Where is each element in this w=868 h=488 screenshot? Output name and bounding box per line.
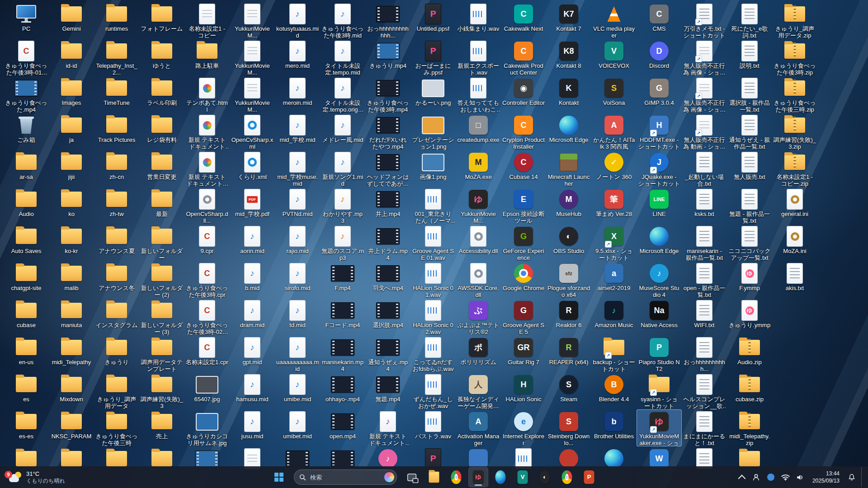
desktop-icon[interactable]: dram.mid	[230, 298, 275, 335]
desktop-icon[interactable]: en-us	[4, 335, 49, 372]
desktop-icon[interactable]: ごみ箱	[4, 113, 49, 150]
desktop-icon[interactable]: GGroove Agent SE 5	[501, 298, 546, 335]
desktop-icon[interactable]: CCMS	[637, 2, 682, 39]
desktop-icon[interactable]: manisekarin - 親作品一覧.txt	[682, 224, 727, 261]
start-button[interactable]	[269, 467, 289, 487]
taskbar-app-obs-studio[interactable]: ◐	[535, 467, 555, 487]
desktop-icon[interactable]: 新規 テキスト ドキュメント (2).html	[184, 113, 230, 150]
desktop-icon[interactable]: gpt.mid	[230, 335, 275, 372]
desktop-icon[interactable]: ポポリリリズム	[456, 335, 501, 372]
desktop-icon[interactable]: Microsoft Edge	[637, 224, 682, 261]
desktop-icon[interactable]: 井上.mp4	[365, 187, 410, 224]
desktop-icon[interactable]: GGeForce Experience	[501, 224, 546, 261]
desktop-icon[interactable]: 名称未設定1 - コピー	[184, 2, 230, 39]
desktop-icon[interactable]: 無題 - 親作品一覧.txt	[727, 187, 772, 224]
desktop-icon[interactable]: 新規エクスポート.wav	[456, 39, 501, 76]
desktop-icon[interactable]: 売上	[139, 409, 184, 446]
desktop-icon[interactable]: mid_学校muse.mid	[275, 150, 320, 187]
desktop-icon[interactable]: 通知うぜえ - 親作品一覧.txt	[727, 113, 772, 150]
desktop-icon[interactable]: SVoiSona	[591, 76, 637, 113]
taskbar-app-browser[interactable]	[557, 467, 577, 487]
desktop-icon[interactable]: きゅうり食べった.mp4	[4, 76, 49, 113]
desktop-icon[interactable]: umibet.mid	[275, 409, 320, 446]
desktop-icon[interactable]: Aかんたん！AITalk 3 関西風	[591, 113, 637, 150]
desktop-icon[interactable]: きゅうり食べった午後三時	[94, 409, 139, 446]
desktop-icon[interactable]: ぷぷよぷよ™テトリス®2	[456, 298, 501, 335]
desktop-icon[interactable]: ◉Controller Editor	[501, 76, 546, 113]
desktop-icon[interactable]: きゅうり_調声用データ.zip	[772, 2, 817, 39]
desktop-icon[interactable]: おーばーまにみ.ppsf	[410, 39, 456, 76]
desktop-icon[interactable]: MMuseHub	[546, 187, 591, 224]
desktop-icon[interactable]: RReaktor 6	[546, 298, 591, 335]
desktop-icon[interactable]: 9.cpr	[184, 224, 230, 261]
desktop-icon[interactable]: maniuta	[49, 298, 94, 335]
desktop-icon[interactable]: OpenCvSharp.xml	[230, 113, 275, 150]
desktop-icon[interactable]: きゅうり食べった午後3時.mid	[320, 2, 365, 39]
desktop-icon[interactable]: きゅうり食べった午後3時.cpr	[184, 261, 230, 298]
desktop-icon[interactable]: NaNative Access	[637, 298, 682, 335]
desktop-icon[interactable]: アナウンス夏	[94, 224, 139, 261]
desktop-icon[interactable]: DDiscord	[637, 39, 682, 76]
desktop-icon[interactable]: □createdump.exe	[456, 113, 501, 150]
desktop-icon[interactable]: ar-sa	[4, 150, 49, 187]
desktop-icon[interactable]: きゅうり食べった午後3時-02.cpr	[184, 298, 230, 335]
desktop-icon[interactable]: ko	[49, 187, 94, 224]
desktop-icon[interactable]: きゅうり食べった午後三時.zip	[772, 76, 817, 113]
desktop-icon[interactable]: MoZA.ini	[772, 224, 817, 261]
desktop-icon[interactable]: cubase	[4, 298, 49, 335]
desktop-icon[interactable]: 路上駐車	[184, 39, 230, 76]
desktop-icon[interactable]: 調声練習(失敗)_3	[139, 372, 184, 409]
desktop-icon[interactable]: 無題.mp4	[365, 372, 410, 409]
desktop-icon[interactable]: Auto Saves	[4, 224, 49, 261]
desktop-icon[interactable]: 無人販売不正行為 動画 - ショートカット	[682, 113, 727, 150]
desktop-icon[interactable]: ゆYukkuriMovieMaker.exe - ショートカット	[637, 409, 682, 446]
desktop-icon[interactable]: zh-cn	[94, 150, 139, 187]
desktop-icon[interactable]: 営業日変更	[139, 150, 184, 187]
desktop-icon[interactable]: だれだFXいれたやつ.mp4	[365, 113, 410, 150]
desktop-icon[interactable]: OpenCvSharp.dll...	[184, 187, 230, 224]
desktop-icon[interactable]: YukkuriMovieM...	[230, 76, 275, 113]
desktop-icon[interactable]: open.mp4	[320, 409, 365, 446]
desktop-icon[interactable]: 001_東北きりたん（ノーマル）_今しゃ...	[410, 187, 456, 224]
desktop-icon[interactable]: mid_学校.pdf	[230, 187, 275, 224]
desktop-icon[interactable]: 説明.txt	[727, 39, 772, 76]
show-desktop-button[interactable]	[861, 467, 867, 487]
desktop-icon[interactable]: バストラ.wav	[410, 409, 456, 446]
desktop-icon[interactable]: レジ袋有料	[139, 113, 184, 150]
desktop-icon[interactable]: きゅうり.ymmp	[727, 298, 772, 335]
taskbar-app-powerpoint[interactable]: P	[579, 467, 599, 487]
taskbar-app-file-explorer[interactable]	[424, 467, 444, 487]
desktop-icon[interactable]: アナウンス冬	[94, 261, 139, 298]
desktop-icon[interactable]: PC	[4, 2, 49, 39]
desktop-icon[interactable]: TimeTune	[94, 76, 139, 113]
desktop-icon[interactable]: KKontakt	[546, 76, 591, 113]
desktop-icon[interactable]: まにまにかーると！.txt	[682, 409, 727, 446]
desktop-icon[interactable]: 答え知っててもおしまいわこれ.wav	[456, 76, 501, 113]
desktop-icon[interactable]: 通知うぜぇ.mp4	[365, 335, 410, 372]
desktop-icon[interactable]: runtimes	[94, 2, 139, 39]
tray-app-button[interactable]	[764, 468, 778, 486]
desktop-icon[interactable]: es	[4, 372, 49, 409]
desktop-icon[interactable]: きゅうり_調声用データ	[94, 372, 139, 409]
desktop-icon[interactable]: 無人販売.txt	[727, 150, 772, 187]
clock[interactable]: 13:44 2025/09/13	[808, 468, 844, 486]
desktop-icon[interactable]: akis.txt	[772, 261, 817, 298]
desktop-icon[interactable]: フォトフレーム	[139, 2, 184, 39]
desktop-icon[interactable]: 調声用データテンプレート	[139, 335, 184, 372]
show-hidden-icons-button[interactable]	[735, 468, 749, 486]
desktop-icon[interactable]: 無人販売不正行為 画像 - ショートカット	[682, 76, 727, 113]
desktop-icon[interactable]: PPiapro Studio NT2	[637, 335, 682, 372]
desktop-icon[interactable]: AActivation Manager	[456, 409, 501, 446]
desktop-icon[interactable]: ♪MuseScore Studio 4	[637, 261, 682, 298]
desktop-icon[interactable]: 人孤独なインディーゲーム開発者の一生...	[456, 372, 501, 409]
desktop-icon[interactable]: こってゐnだすおfdsbらぶ.wav	[410, 335, 456, 372]
desktop-icon[interactable]: きゅうり食べった午後3時.zip	[772, 39, 817, 76]
desktop-icon[interactable]: b.mid	[230, 261, 275, 298]
desktop-icon[interactable]: Minecraft Launcher	[546, 150, 591, 187]
desktop-icon[interactable]: ゆYukkuriMovieM...	[456, 187, 501, 224]
desktop-icon[interactable]: CCrypton Product Installer	[501, 113, 546, 150]
desktop-icon[interactable]: syasinn - ショートカット	[637, 372, 682, 409]
desktop-icon[interactable]: きゅうり	[94, 335, 139, 372]
taskbar-app-voicevox[interactable]: V	[513, 467, 533, 487]
desktop-icon[interactable]: open - 親作品一覧.txt	[682, 261, 727, 298]
